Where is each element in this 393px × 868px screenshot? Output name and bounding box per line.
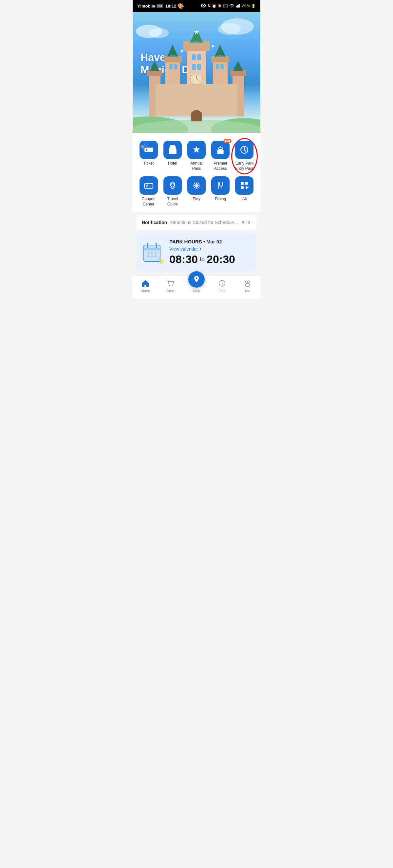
park-hours-time-row: 08:30 to 20:30	[169, 253, 250, 266]
annual-pass-icon	[192, 145, 201, 155]
open-time: 08:30	[169, 253, 198, 266]
map-button-wrap[interactable]	[188, 271, 205, 287]
svg-rect-0	[236, 6, 236, 8]
svg-rect-2	[238, 5, 239, 7]
bottom-nav-plan[interactable]: Plan	[212, 279, 232, 293]
nav-grid: + 🐭 ✦	[138, 141, 255, 207]
svg-marker-61	[219, 146, 222, 148]
svg-rect-24	[192, 54, 196, 60]
nav-item-hotel[interactable]: Hotel	[162, 141, 183, 171]
svg-point-71	[170, 183, 172, 185]
premier-access-label: PremierAccess	[214, 161, 227, 171]
home-nav-label: Home	[140, 289, 150, 293]
svg-text:✦: ✦	[147, 149, 150, 152]
notification-all-link[interactable]: All	[242, 220, 251, 225]
svg-marker-62	[218, 148, 219, 149]
battery-display: 89% 🔋	[242, 4, 256, 8]
bottom-nav-map[interactable]: Map	[187, 279, 206, 293]
notification-bar[interactable]: Notification Attractions Closed for Sche…	[137, 215, 256, 230]
svg-point-96	[148, 255, 149, 257]
dining-label: Dining	[215, 197, 226, 202]
nav-item-all[interactable]: All	[234, 176, 255, 207]
ticket-simple-icon: ✦	[144, 145, 153, 155]
travel-guide-label: Travel Guide	[162, 197, 183, 207]
svg-point-104	[245, 283, 250, 287]
svg-rect-59	[218, 150, 219, 154]
coupon-icon-wrap: ¥	[140, 176, 158, 195]
svg-rect-25	[197, 54, 201, 60]
svg-rect-18	[147, 70, 163, 76]
svg-rect-1	[237, 5, 238, 7]
svg-point-97	[151, 255, 152, 257]
play-label: Play	[193, 197, 200, 202]
alarm-icon: ⏰	[212, 4, 217, 8]
vibrate-icon: 📳	[223, 4, 228, 8]
me-icon	[243, 279, 252, 287]
svg-point-98	[155, 255, 156, 257]
travel-guide-icon	[168, 181, 177, 190]
nav-item-travel-guide[interactable]: Travel Guide	[162, 176, 183, 207]
svg-rect-3	[240, 4, 240, 7]
svg-point-95	[155, 252, 156, 254]
all-label: All	[242, 197, 247, 202]
coupon-icon: ¥	[144, 181, 153, 190]
to-text: to	[200, 256, 205, 263]
time-display: 18:12	[165, 4, 176, 8]
home-icon	[141, 279, 150, 287]
early-park-label: Early Park Entry Pass	[234, 161, 255, 171]
nav-item-early-park[interactable]: Early Park Entry Pass	[234, 141, 255, 171]
nav-item-annual-pass[interactable]: Annual Pass	[186, 141, 207, 171]
photos-icon: 🎨	[177, 3, 184, 9]
svg-rect-85	[246, 186, 247, 189]
dining-icon	[216, 181, 225, 190]
view-calendar-link[interactable]: View calendar	[169, 246, 203, 252]
me-nav-label: Me	[245, 289, 250, 293]
svg-point-94	[151, 252, 152, 254]
svg-marker-19	[150, 61, 160, 71]
svg-rect-35	[220, 64, 224, 69]
hd-badge: HD	[157, 4, 163, 8]
ticket-icon-wrap: + 🐭 ✦	[140, 141, 158, 159]
bottom-nav-store[interactable]: Store	[161, 279, 181, 293]
nav-item-ticket[interactable]: + 🐭 ✦	[138, 141, 159, 171]
status-left: Y!mobile HD 18:12 🎨	[137, 3, 184, 9]
svg-point-72	[173, 183, 175, 185]
svg-rect-34	[216, 64, 219, 69]
svg-rect-81	[241, 182, 244, 185]
svg-rect-60	[222, 150, 223, 154]
nav-item-premier-access[interactable]: Hot PremierAccess	[210, 141, 231, 171]
close-time: 20:30	[207, 253, 235, 266]
premier-access-icon-wrap: Hot	[211, 141, 230, 159]
svg-rect-33	[174, 64, 177, 69]
dining-icon-wrap	[211, 176, 230, 195]
signal-icon	[236, 4, 241, 8]
nav-item-play[interactable]: Play	[186, 176, 207, 207]
svg-marker-57	[193, 146, 200, 152]
svg-marker-16	[215, 44, 226, 57]
nfc-icon: N	[208, 4, 210, 8]
plan-icon	[218, 279, 226, 287]
svg-rect-26	[192, 64, 196, 70]
play-icon-wrap	[187, 176, 206, 195]
coupon-label: CouponCenter	[142, 197, 156, 207]
nav-item-dining[interactable]: Dining	[210, 176, 231, 207]
bottom-nav-home[interactable]: Home	[136, 279, 155, 293]
calendar-chevron-icon	[198, 247, 203, 251]
hero-banner: Have a Magical Day	[133, 12, 260, 133]
svg-rect-56	[171, 151, 174, 152]
early-park-icon-wrap	[235, 141, 253, 159]
status-bar: Y!mobile HD 18:12 🎨 N ⏰ ✳ 📳	[133, 0, 260, 12]
svg-marker-63	[222, 148, 223, 149]
svg-rect-88	[144, 248, 160, 250]
svg-rect-36	[191, 113, 202, 117]
hotel-icon-wrap	[163, 141, 182, 159]
bottom-nav-me[interactable]: Me	[238, 279, 257, 293]
nav-item-coupon[interactable]: ¥ CouponCenter	[138, 176, 159, 207]
plan-nav-label: Plan	[219, 289, 226, 293]
svg-point-99	[169, 285, 170, 286]
park-hours-card[interactable]: PARK HOURS • Mar 02 View calendar 08:30 …	[137, 233, 256, 272]
play-icon	[192, 181, 201, 190]
svg-rect-83	[241, 186, 244, 189]
wifi-icon	[229, 4, 234, 8]
hotel-label: Hotel	[168, 161, 177, 166]
